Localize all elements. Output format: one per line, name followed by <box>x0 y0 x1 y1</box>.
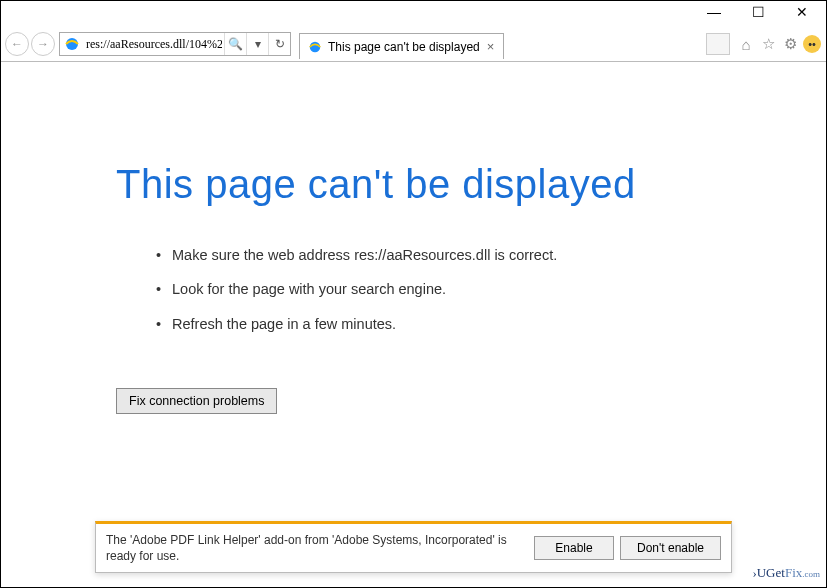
addon-notification-bar: The 'Adobe PDF Link Helper' add-on from … <box>95 521 732 573</box>
refresh-button[interactable]: ↻ <box>268 33 290 55</box>
back-button[interactable]: ← <box>5 32 29 56</box>
feedback-icon[interactable]: •• <box>802 34 822 54</box>
error-title: This page can't be displayed <box>116 162 826 207</box>
suggestion-item: Make sure the web address res://aaResour… <box>156 245 826 265</box>
browser-toolbar: ← → 🔍 ▾ ↻ This page can't be displayed ×… <box>1 29 826 59</box>
maximize-button[interactable]: ☐ <box>736 1 780 23</box>
home-icon[interactable]: ⌂ <box>736 34 756 54</box>
favorites-icon[interactable]: ☆ <box>758 34 778 54</box>
notification-text: The 'Adobe PDF Link Helper' add-on from … <box>106 532 528 564</box>
forward-button[interactable]: → <box>31 32 55 56</box>
ie-logo-icon <box>63 35 81 53</box>
suggestion-item: Look for the page with your search engin… <box>156 279 826 299</box>
window-titlebar: — ☐ ✕ <box>1 1 826 29</box>
dont-enable-addon-button[interactable]: Don't enable <box>620 536 721 560</box>
new-tab-button[interactable] <box>706 33 730 55</box>
settings-icon[interactable]: ⚙ <box>780 34 800 54</box>
svg-point-1 <box>310 41 321 52</box>
enable-addon-button[interactable]: Enable <box>534 536 614 560</box>
suggestion-item: Refresh the page in a few minutes. <box>156 314 826 334</box>
tab-title: This page can't be displayed <box>328 40 480 54</box>
browser-tab[interactable]: This page can't be displayed × <box>299 33 504 59</box>
watermark: ›UGetFix.com <box>752 565 820 581</box>
address-input[interactable] <box>84 37 224 52</box>
fix-connection-button[interactable]: Fix connection problems <box>116 388 277 414</box>
address-dropdown[interactable]: ▾ <box>246 33 268 55</box>
close-window-button[interactable]: ✕ <box>780 1 824 23</box>
address-bar-container: 🔍 ▾ ↻ <box>59 32 291 56</box>
error-suggestions: Make sure the web address res://aaResour… <box>116 245 826 334</box>
tab-favicon-icon <box>306 38 324 56</box>
search-button[interactable]: 🔍 <box>224 33 246 55</box>
minimize-button[interactable]: — <box>692 1 736 23</box>
tab-close-button[interactable]: × <box>484 39 498 54</box>
page-content: This page can't be displayed Make sure t… <box>1 62 826 414</box>
svg-point-0 <box>66 38 78 50</box>
